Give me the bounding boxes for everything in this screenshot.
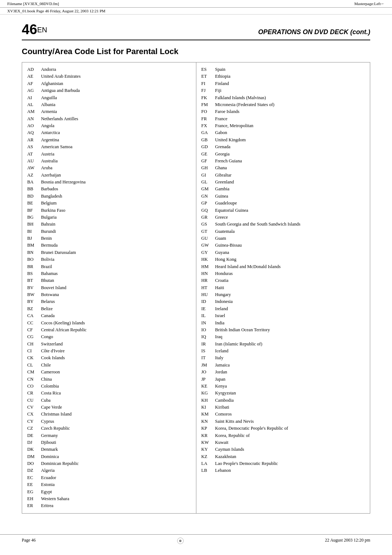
- section-header-title: OPERATIONS ON DVD DECK (cont.): [258, 28, 370, 36]
- country-code: ES: [201, 66, 212, 73]
- country-name: Colombia: [41, 383, 191, 390]
- country-name: Cocos (Keeling) Islands: [41, 320, 191, 327]
- country-name: Gambia: [215, 186, 365, 193]
- country-code: DZ: [27, 467, 37, 474]
- list-item: ESSpain: [201, 66, 365, 73]
- country-code: BI: [27, 228, 37, 235]
- country-name: Falkland Islands (Malvinas): [215, 94, 365, 101]
- list-item: EREritrea: [27, 502, 191, 509]
- country-code: GF: [201, 158, 212, 165]
- country-code: CG: [27, 333, 37, 340]
- list-item: CUCuba: [27, 397, 191, 404]
- country-code: CM: [27, 369, 37, 376]
- list-item: CZCzech Republic: [27, 425, 191, 432]
- page-content: 46EN OPERATIONS ON DVD DECK (cont.) Coun…: [0, 15, 392, 543]
- list-item: IDIndonesia: [201, 298, 365, 305]
- country-name: Belgium: [41, 200, 191, 207]
- list-item: ASAmerican Samoa: [27, 143, 191, 150]
- list-item: IOBritish Indian Ocean Territory: [201, 327, 365, 333]
- list-item: GBUnited Kingdom: [201, 137, 365, 143]
- country-name: Greenland: [215, 179, 365, 186]
- country-name: Korea, Democratic People's Republic of: [215, 425, 365, 432]
- footer-page-label: Page 46: [22, 538, 36, 544]
- country-name: Burkina Faso: [41, 207, 191, 214]
- country-name: Anguilla: [41, 94, 191, 101]
- country-name: Brazil: [41, 263, 191, 270]
- country-code: HN: [201, 270, 212, 277]
- list-item: BMBermuda: [27, 242, 191, 249]
- country-name: Austria: [41, 151, 191, 158]
- list-item: BABosnia and Herzegovina: [27, 179, 191, 186]
- country-name: Fiji: [215, 87, 365, 94]
- list-item: HNHonduras: [201, 270, 365, 277]
- list-item: CNChina: [27, 376, 191, 383]
- country-code: IS: [201, 348, 212, 355]
- country-code: EC: [27, 474, 37, 481]
- country-name: French Guiana: [215, 158, 365, 165]
- country-name: Saint Kitts and Nevis: [215, 418, 365, 425]
- country-name: Dominica: [41, 453, 191, 460]
- country-name: Micronesia (Federated States of): [215, 101, 365, 108]
- list-item: FMMicronesia (Federated States of): [201, 101, 365, 108]
- country-code: BM: [27, 242, 37, 249]
- country-name: Finland: [215, 80, 365, 87]
- list-item: AWAruba: [27, 165, 191, 171]
- list-item: FOFaroe Islands: [201, 108, 365, 115]
- list-item: CXChristmas Island: [27, 411, 191, 418]
- country-code: BD: [27, 193, 37, 200]
- country-name: Ghana: [215, 165, 365, 171]
- country-code: GB: [201, 137, 212, 143]
- country-code: CF: [27, 327, 37, 333]
- country-code: CV: [27, 404, 37, 411]
- country-code: DE: [27, 432, 37, 439]
- list-item: ADAndorra: [27, 66, 191, 73]
- country-code: BO: [27, 256, 37, 263]
- country-name: Aruba: [41, 165, 191, 171]
- country-name: Lebanon: [215, 467, 365, 474]
- list-item: DODominican Republic: [27, 460, 191, 467]
- registration-mark-center: ⊕: [177, 538, 184, 544]
- list-item: JOJordan: [201, 369, 365, 376]
- list-item: GDGrenada: [201, 143, 365, 150]
- left-column: ADAndorraAEUnited Arab EmiratesAFAfghani…: [22, 62, 196, 513]
- country-code: ER: [27, 502, 37, 509]
- country-name: Côte d'Ivoire: [41, 348, 191, 355]
- list-item: ATAustria: [27, 151, 191, 158]
- country-name: American Samoa: [41, 143, 191, 150]
- country-name: Jamaica: [215, 362, 365, 369]
- country-name: Israel: [215, 312, 365, 319]
- country-code: KW: [201, 439, 212, 446]
- list-item: BWBotswana: [27, 291, 191, 298]
- country-code: BW: [27, 291, 37, 298]
- country-code: AQ: [27, 129, 37, 136]
- country-name: Kiribati: [215, 404, 365, 411]
- country-code: DM: [27, 453, 37, 460]
- country-name: France, Metropolitan: [215, 122, 365, 129]
- country-code: BE: [27, 200, 37, 207]
- country-code: AR: [27, 137, 37, 143]
- list-item: GUGuam: [201, 235, 365, 242]
- country-code: KN: [201, 418, 212, 425]
- country-name: Guatemala: [215, 228, 365, 235]
- country-name: Jordan: [215, 369, 365, 376]
- country-name: Afghanistan: [41, 80, 191, 87]
- list-item: AOAngola: [27, 122, 191, 129]
- list-item: KPKorea, Democratic People's Republic of: [201, 425, 365, 432]
- list-item: CFCentral African Republic: [27, 327, 191, 333]
- list-item: KWKuwait: [201, 439, 365, 446]
- country-name: Netherlands Antilles: [41, 116, 191, 122]
- country-name: Guinea: [215, 193, 365, 200]
- list-item: DMDominica: [27, 453, 191, 460]
- country-code: BB: [27, 186, 37, 193]
- country-code: HM: [201, 263, 212, 270]
- country-name: Bangladesh: [41, 193, 191, 200]
- country-code: BJ: [27, 235, 37, 242]
- country-name: South Georgia and the South Sandwich Isl…: [215, 221, 365, 228]
- list-item: HRCroatia: [201, 277, 365, 284]
- list-item: ARArgentina: [27, 137, 191, 143]
- list-item: INIndia: [201, 320, 365, 327]
- country-name: Gabon: [215, 129, 365, 136]
- country-code: KR: [201, 432, 212, 439]
- country-name: Barbados: [41, 186, 191, 193]
- filename-label: Filename [XV3EX_08DVD.fm]: [7, 1, 59, 6]
